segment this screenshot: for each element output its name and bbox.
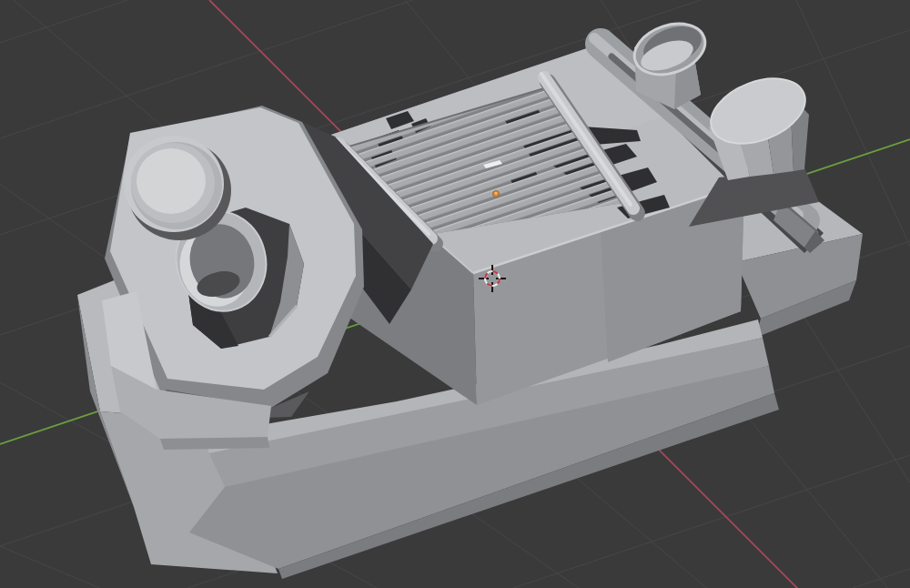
viewport-canvas[interactable] <box>0 0 910 588</box>
viewport <box>0 0 910 588</box>
origin-dot <box>493 191 500 198</box>
